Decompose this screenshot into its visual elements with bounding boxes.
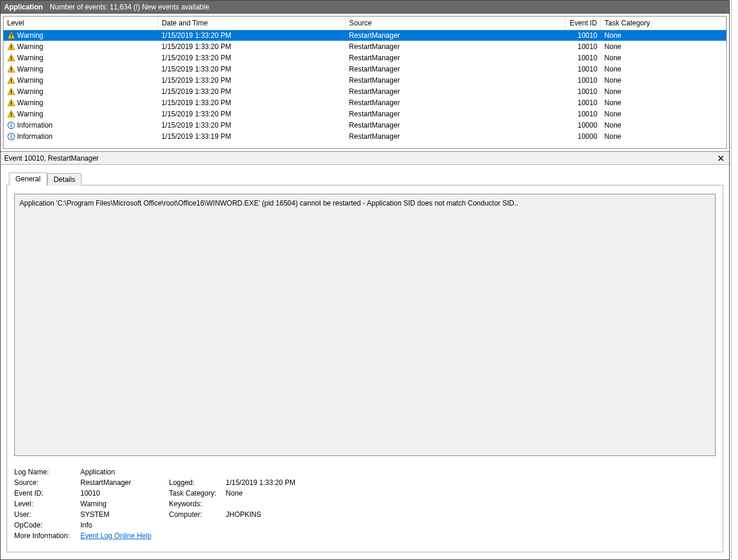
info-icon [7,132,15,141]
cell-date: 1/15/2019 1:33:20 PM [158,119,345,131]
svg-rect-12 [11,101,11,103]
cell-source: RestartManager [346,30,565,41]
cell-date: 1/15/2019 1:33:20 PM [158,63,345,74]
close-icon [718,155,724,161]
events-count-text: Number of events: 11,634 (!) New events … [50,3,209,11]
table-row[interactable]: Warning1/15/2019 1:33:20 PMRestartManage… [4,52,726,63]
cell-eventid: 10010 [565,63,601,74]
cell-task: None [601,41,726,52]
cell-level-text: Warning [17,110,43,118]
cell-source: RestartManager [346,108,565,119]
cell-level-text: Information [17,121,53,129]
cell-eventid: 10010 [565,30,601,41]
table-row[interactable]: Warning1/15/2019 1:33:20 PMRestartManage… [4,74,726,86]
meta-taskcat-value: None [226,489,403,497]
log-header-bar: Application Number of events: 11,634 (!)… [1,1,729,14]
cell-date: 1/15/2019 1:33:20 PM [158,74,345,86]
cell-task: None [601,52,726,63]
meta-source-value: RestartManager [80,478,169,487]
table-row[interactable]: Warning1/15/2019 1:33:20 PMRestartManage… [4,30,726,41]
table-row[interactable]: Warning1/15/2019 1:33:20 PMRestartManage… [4,97,726,108]
meta-logged-label: Logged: [169,478,226,487]
cell-level-text: Warning [17,43,43,51]
meta-moreinfo-label: More Information: [14,532,80,540]
column-level[interactable]: Level [4,17,158,30]
meta-opcode-label: OpCode: [14,521,80,529]
cell-source: RestartManager [346,52,565,63]
column-source[interactable]: Source [346,17,565,30]
warning-icon [7,65,15,73]
cell-date: 1/15/2019 1:33:20 PM [158,108,345,119]
column-task[interactable]: Task Category [601,17,726,30]
cell-source: RestartManager [346,97,565,108]
svg-rect-6 [11,67,11,70]
table-row[interactable]: Warning1/15/2019 1:33:20 PMRestartManage… [4,63,726,74]
event-list-scroll[interactable]: Level Date and Time Source Event ID Task… [3,16,727,149]
cell-task: None [601,97,726,108]
tab-general[interactable]: General [9,172,47,185]
meta-eventid-label: Event ID: [14,489,80,497]
table-row[interactable]: Warning1/15/2019 1:33:20 PMRestartManage… [4,41,726,52]
online-help-link[interactable]: Event Log Online Help [80,532,151,540]
warning-icon [7,99,15,107]
table-row[interactable]: Information1/15/2019 1:33:20 PMRestartMa… [4,119,726,131]
cell-task: None [601,30,726,41]
meta-taskcat-label: Task Category: [169,489,226,497]
svg-rect-9 [11,82,11,82]
table-row[interactable]: Warning1/15/2019 1:33:20 PMRestartManage… [4,108,726,119]
cell-eventid: 10000 [565,131,601,142]
cell-date: 1/15/2019 1:33:20 PM [158,41,345,52]
cell-source: RestartManager [346,119,565,131]
column-header-row: Level Date and Time Source Event ID Task… [4,17,726,30]
cell-task: None [601,131,726,142]
detail-header-bar: Event 10010, RestartManager [1,152,729,165]
column-date[interactable]: Date and Time [158,17,345,30]
svg-rect-15 [11,115,11,116]
warning-icon [7,87,15,96]
cell-eventid: 10010 [565,108,601,119]
cell-level-text: Warning [17,31,43,40]
cell-level: Warning [4,63,158,74]
cell-task: None [601,119,726,131]
warning-icon [7,54,15,62]
right-side-strip [731,0,738,560]
tab-details[interactable]: Details [47,173,82,185]
column-eventid[interactable]: Event ID [565,17,601,30]
cell-level: Information [4,119,158,131]
meta-logged-value: 1/15/2019 1:33:20 PM [226,478,403,487]
cell-level: Warning [4,41,158,52]
meta-logname-value: Application [80,468,403,476]
cell-level-text: Warning [17,87,43,96]
cell-date: 1/15/2019 1:33:20 PM [158,86,345,97]
cell-source: RestartManager [346,74,565,86]
cell-source: RestartManager [346,63,565,74]
event-table: Level Date and Time Source Event ID Task… [4,17,726,142]
svg-rect-14 [11,112,11,115]
event-description-box[interactable]: Application 'C:\Program Files\Microsoft … [14,194,716,456]
meta-user-value: SYSTEM [80,510,169,519]
warning-icon [7,31,15,40]
svg-rect-2 [11,45,11,47]
cell-level: Warning [4,74,158,86]
cell-task: None [601,86,726,97]
svg-rect-4 [11,56,11,58]
cell-level-text: Warning [17,65,43,73]
event-meta-grid: Log Name: Application Source: RestartMan… [14,468,716,540]
cell-level: Warning [4,86,158,97]
warning-icon [7,110,15,118]
info-icon [7,121,15,129]
close-button[interactable] [716,154,726,163]
table-row[interactable]: Information1/15/2019 1:33:19 PMRestartMa… [4,131,726,142]
meta-computer-value: JHOPKINS [226,510,403,519]
cell-task: None [601,63,726,74]
warning-icon [7,43,15,51]
cell-eventid: 10010 [565,74,601,86]
cell-level: Warning [4,52,158,63]
table-row[interactable]: Warning1/15/2019 1:33:20 PMRestartManage… [4,86,726,97]
tab-strip: General Details [6,171,723,185]
cell-level-text: Warning [17,76,43,84]
event-list-container: Level Date and Time Source Event ID Task… [1,14,729,152]
cell-level-text: Warning [17,54,43,62]
meta-keywords-label: Keywords: [169,500,226,508]
cell-eventid: 10010 [565,41,601,52]
